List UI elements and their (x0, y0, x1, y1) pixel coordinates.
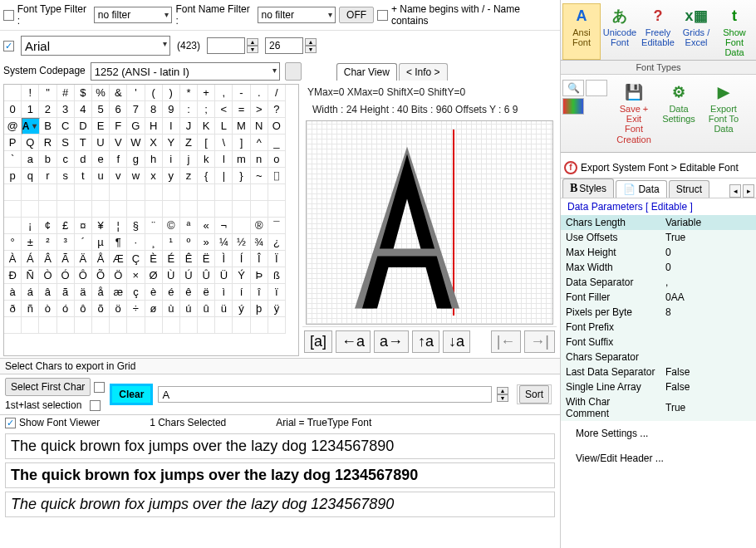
param-row[interactable]: Font Suffix (561, 335, 756, 350)
char-cell[interactable] (198, 201, 215, 218)
font-size-stepper[interactable]: ▲▼ (265, 37, 317, 54)
char-cell[interactable]: À (4, 251, 22, 267)
char-cell[interactable] (198, 184, 215, 201)
char-cell[interactable]: © (163, 218, 180, 234)
char-cell[interactable]: Ê (180, 251, 198, 267)
param-row[interactable]: With Char CommentTrue (561, 394, 756, 421)
char-cell[interactable]: S (57, 135, 75, 151)
tool-step-left[interactable]: |← (491, 330, 522, 353)
char-cell[interactable]: y (163, 168, 180, 184)
char-cell[interactable]: æ (110, 284, 127, 301)
chevron-up-icon[interactable]: ▲ (305, 38, 317, 46)
char-cell[interactable] (163, 317, 180, 334)
toolbox-slot[interactable] (586, 80, 607, 96)
char-grid[interactable]: !"#$%&'()*+,-./0123456789:;<=>?@ABCDEFGH… (3, 84, 299, 356)
param-row[interactable]: Chars Separator (561, 350, 756, 365)
sort-button[interactable]: Sort (519, 385, 549, 404)
char-cell[interactable]: = (233, 101, 250, 118)
first-last-checkbox[interactable] (90, 400, 101, 411)
char-cell[interactable]: N (251, 118, 268, 135)
char-cell[interactable] (127, 184, 145, 201)
char-cell[interactable]: X (145, 135, 163, 151)
char-cell[interactable]: ª (180, 218, 198, 234)
chevron-down-icon[interactable]: ▼ (305, 46, 317, 53)
char-cell[interactable]: Ý (233, 267, 250, 284)
char-cell[interactable]: F (110, 118, 127, 135)
char-cell[interactable]: x (145, 168, 163, 184)
param-row[interactable]: Chars LengthVariable (561, 215, 756, 230)
char-cell[interactable] (145, 317, 163, 334)
chevron-up-icon[interactable]: ▲ (247, 38, 258, 46)
char-cell[interactable]: ß (268, 267, 286, 284)
char-cell[interactable] (110, 184, 127, 201)
char-cell[interactable] (57, 201, 75, 218)
char-cell[interactable]: o (268, 151, 286, 168)
char-cell[interactable] (22, 184, 39, 201)
char-cell[interactable]: á (22, 284, 39, 301)
char-cell[interactable] (110, 201, 127, 218)
tab-info[interactable]: < Info > (399, 63, 448, 81)
char-cell[interactable]: ¤ (75, 218, 92, 234)
char-cell[interactable]: 7 (127, 101, 145, 118)
char-cell[interactable]: [ (198, 135, 215, 151)
char-cell[interactable]: 1 (22, 101, 39, 118)
param-row[interactable]: Use OffsetsTrue (561, 230, 756, 245)
char-input-stepper[interactable]: ▲▼ (497, 387, 508, 402)
char-cell[interactable]: ÷ (127, 301, 145, 317)
char-cell[interactable]: H (145, 118, 163, 135)
font-type-filter[interactable]: no filter (94, 7, 173, 23)
param-value[interactable]: True (660, 230, 756, 245)
char-cell[interactable]: å (92, 284, 110, 301)
char-cell[interactable]: ¥ (92, 218, 110, 234)
char-cell[interactable] (4, 218, 22, 234)
char-cell[interactable]: Ô (75, 267, 92, 284)
char-cell[interactable]: l (215, 151, 233, 168)
char-cell[interactable]: m (233, 151, 250, 168)
tool-shift-left[interactable]: ←a (336, 330, 371, 353)
char-cell[interactable] (22, 201, 39, 218)
action-data[interactable]: ⚙DataSettings (657, 80, 700, 146)
char-cell[interactable]: _ (268, 135, 286, 151)
char-cell[interactable]: q (22, 168, 39, 184)
param-value[interactable]: 0AA (660, 290, 756, 305)
tool-shift-right[interactable]: a→ (374, 330, 409, 353)
param-row[interactable]: Max Width0 (561, 260, 756, 275)
tab-charview[interactable]: Char View (336, 63, 397, 81)
char-cell[interactable] (145, 201, 163, 218)
char-cell[interactable]: B (39, 118, 56, 135)
char-cell[interactable]: Z (180, 135, 198, 151)
char-cell[interactable]: 2 (39, 101, 56, 118)
char-cell[interactable]: Î (251, 251, 268, 267)
tool-step-right[interactable]: →| (524, 330, 555, 353)
char-cell[interactable]: Ë (198, 251, 215, 267)
char-cell[interactable]: d (75, 151, 92, 168)
char-cell[interactable]: V (110, 135, 127, 151)
char-cell[interactable] (215, 184, 233, 201)
first-char-checkbox[interactable] (94, 382, 105, 393)
char-cell[interactable]: u (92, 168, 110, 184)
char-cell[interactable]: Ä (75, 251, 92, 267)
filter-checkbox[interactable] (3, 10, 14, 21)
codepage-picker[interactable] (285, 62, 302, 81)
char-cell[interactable]: : (180, 101, 198, 118)
char-cell[interactable]: * (180, 85, 198, 101)
char-cell[interactable]: º (180, 234, 198, 251)
param-value[interactable]: , (660, 275, 756, 290)
char-cell[interactable]: 6 (110, 101, 127, 118)
char-cell[interactable]: K (198, 118, 215, 135)
char-cell[interactable] (268, 184, 286, 201)
char-cell[interactable]: Â (39, 251, 56, 267)
param-value[interactable]: 0 (660, 245, 756, 260)
font-select[interactable]: Arial (21, 36, 170, 56)
char-cell[interactable] (180, 201, 198, 218)
char-cell[interactable]: ó (57, 301, 75, 317)
char-cell[interactable] (92, 184, 110, 201)
char-cell[interactable]: ! (22, 85, 39, 101)
char-cell[interactable]: è (145, 284, 163, 301)
char-cell[interactable]: < (215, 101, 233, 118)
char-cell[interactable] (268, 317, 286, 334)
char-cell[interactable]: + (198, 85, 215, 101)
off-button[interactable]: OFF (339, 7, 374, 23)
param-value[interactable]: False (660, 379, 756, 394)
char-cell[interactable]: v (110, 168, 127, 184)
